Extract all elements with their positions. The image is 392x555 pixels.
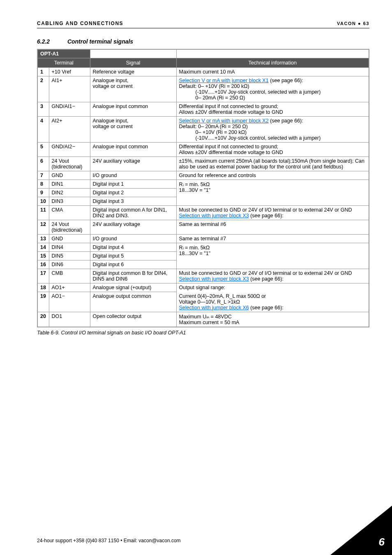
corner-decoration: 6 — [330, 506, 392, 555]
table-row: 12 24 Vout (bidirectional) 24V auxiliary… — [37, 220, 369, 235]
section-title-text: Control terminal signals — [67, 38, 133, 45]
blank — [90, 49, 176, 58]
header-section-title: CABLING AND CONNECTIONS — [37, 21, 123, 26]
table-row: 11 CMA Digital input common A for DIN1, … — [37, 206, 369, 220]
section-heading: 6.2.2 Control terminal signals — [37, 38, 369, 45]
table-row: 18 AO1+ Analogue signal (+output) Output… — [37, 283, 369, 292]
page-number-top: 63 — [363, 21, 369, 26]
brand: VACON — [337, 21, 356, 26]
header-brand-page: VACON ● 63 — [337, 21, 369, 26]
table-row: 1 +10 Vref Reference voltage Maximum cur… — [37, 68, 369, 76]
jumper-x3-link-b[interactable]: Selection with jumper block X3 — [179, 276, 249, 282]
table-row: 5 GND/AI2− Analogue input common Differe… — [37, 143, 369, 157]
table-opt-header: OPT-A1 — [37, 49, 90, 58]
terminal-signals-table: OPT-A1 Terminal Signal Technical informa… — [37, 49, 369, 327]
table-row: 6 24 Vout (bidirectional) 24V auxiliary … — [37, 157, 369, 171]
table-row: 3 GND/AI1− Analogue input common Differe… — [37, 102, 369, 117]
corner-page-number: 6 — [379, 536, 385, 548]
jumper-x2-link[interactable]: Selection V or mA with jumper block X2 — [179, 118, 269, 124]
bullet-icon: ● — [358, 21, 361, 26]
jumper-x1-link[interactable]: Selection V or mA with jumper block X1 — [179, 78, 269, 83]
jumper-x6-link[interactable]: Selection with jumper block X6 — [179, 305, 249, 311]
table-row: 7 GND I/O ground Ground for reference an… — [37, 171, 369, 180]
jumper-x3-link[interactable]: Selection with jumper block X3 — [179, 213, 249, 219]
table-row: 4 AI2+ Analogue input, voltage or curren… — [37, 117, 369, 143]
table-row: 19 AO1− Analogue output common Current 0… — [37, 292, 369, 312]
section-number: 6.2.2 — [37, 38, 66, 45]
table-row: 14 DIN4 Digital input 4 Rᵢ = min. 5kΩ 18… — [37, 243, 369, 252]
col-terminal: Terminal — [37, 58, 90, 68]
blank — [176, 49, 369, 58]
table-row: 2 AI1+ Analogue input, voltage or curren… — [37, 76, 369, 102]
page-header: CABLING AND CONNECTIONS VACON ● 63 — [37, 21, 369, 28]
table-row: 17 CMB Digital input common B for DIN4, … — [37, 269, 369, 283]
table-caption: Table 6-9. Control I/O terminal signals … — [37, 330, 369, 336]
table-row: 20 DO1 Open collector output Maximum Uᵢₙ… — [37, 312, 369, 327]
table-row: 8 DIN1 Digital input 1 Rᵢ = min. 5kΩ 18.… — [37, 180, 369, 189]
col-signal: Signal — [90, 58, 176, 68]
col-techinfo: Technical information — [176, 58, 369, 68]
table-row: 13 GND I/O ground Same as terminal #7 — [37, 235, 369, 243]
